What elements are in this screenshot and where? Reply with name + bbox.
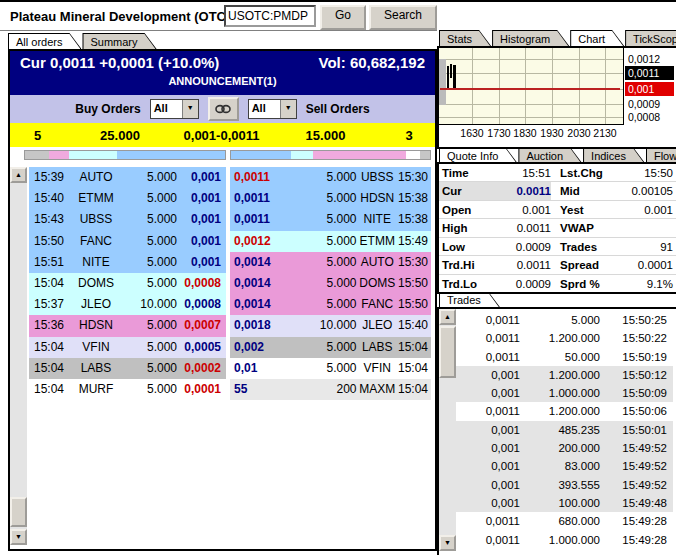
- buy-order[interactable]: 15:37JLEO10.0000,0008: [29, 294, 226, 315]
- buy-order[interactable]: 15:04VFIN5.0000,0005: [29, 337, 226, 358]
- tab-chart[interactable]: Chart: [570, 30, 624, 46]
- tab-quote-info[interactable]: Quote Info: [439, 147, 517, 163]
- buy-order[interactable]: 15:51NITE5.0000,001: [29, 252, 226, 273]
- order-filter-bar: Buy Orders All ▼ All ▼ Sell Orders: [10, 95, 435, 123]
- orderbook-tabbar: All ordersSummary: [8, 33, 158, 49]
- trade-row[interactable]: 0,0011.200.00015:50:12: [456, 366, 673, 384]
- tab-flow[interactable]: Flow: [646, 147, 676, 163]
- search-button[interactable]: Search: [369, 5, 437, 30]
- orderbook-row: 15:36HDSN5.0000,00070,001810.000JLEO15:4…: [29, 315, 431, 336]
- sell-order[interactable]: 0,001810.000JLEO15:40: [230, 315, 431, 336]
- grid-line: [439, 73, 623, 74]
- buy-order[interactable]: 15:50FANC5.0000,001: [29, 231, 226, 252]
- trade-price: 0,0011: [456, 329, 520, 347]
- best-bid-ask: 0,001-0,0011: [175, 128, 268, 143]
- buy-order[interactable]: 15:40ETMM5.0000,001: [29, 188, 226, 209]
- sell-order[interactable]: 0,00115.000HDSN15:38: [230, 188, 431, 209]
- buy-size: 5.000: [123, 188, 177, 209]
- buy-market-maker: AUTO: [69, 167, 123, 188]
- header-divider: [0, 30, 437, 31]
- trade-time: 15:50:12: [600, 366, 673, 384]
- sell-order[interactable]: 0,0025.000LABS15:04: [230, 337, 431, 358]
- depth-segment: [69, 151, 117, 159]
- scroll-up-icon[interactable]: ▲: [439, 309, 456, 325]
- tab-all-orders[interactable]: All orders: [8, 33, 81, 49]
- chevron-down-icon[interactable]: ▼: [280, 100, 296, 118]
- trade-row[interactable]: 0,00183.00015:49:52: [456, 457, 673, 475]
- scrollbar-thumb[interactable]: [10, 497, 27, 527]
- sell-order[interactable]: 0,00115.000UBSS15:30: [230, 167, 431, 188]
- trade-row[interactable]: 0,001200.00015:49:52: [456, 439, 673, 457]
- buy-filter-select[interactable]: All ▼: [150, 99, 199, 119]
- quote-value: 0.0001: [611, 256, 676, 273]
- tab-auction[interactable]: Auction: [518, 147, 582, 163]
- go-button[interactable]: Go: [320, 5, 366, 30]
- symbol-input[interactable]: [224, 5, 316, 27]
- sell-size: 5.000: [287, 358, 356, 379]
- sell-orders-label: Sell Orders: [306, 102, 370, 116]
- trade-row[interactable]: 0,0011.000.00015:50:09: [456, 384, 673, 402]
- buy-order[interactable]: 15:43UBSS5.0000,001: [29, 209, 226, 230]
- buy-time: 15:04: [29, 379, 69, 400]
- buy-price: 0,001: [177, 167, 226, 188]
- grid-line: [472, 48, 473, 124]
- tab-indices[interactable]: Indices: [583, 147, 645, 163]
- trade-row[interactable]: 0,0011680.00015:49:28: [456, 512, 673, 530]
- sell-order[interactable]: 55200MAXM15:04: [230, 379, 431, 400]
- tab-summary[interactable]: Summary: [82, 33, 156, 49]
- trade-row[interactable]: 0,00111.200.00015:50:06: [456, 402, 673, 420]
- quote-row: Trd.Hi0.0011Spread0.0001: [439, 256, 676, 274]
- scroll-down-icon[interactable]: ▼: [439, 535, 456, 551]
- orderbook-row: 15:04MURF5.0000,000155200MAXM15:04: [29, 379, 431, 400]
- trade-row[interactable]: 0,00111.000.00015:49:28: [456, 531, 673, 549]
- buy-filter-value: All: [151, 100, 182, 118]
- buy-order[interactable]: 15:39AUTO5.0000,001: [29, 167, 226, 188]
- buy-order[interactable]: 15:36HDSN5.0000,0007: [29, 315, 226, 336]
- tab-histogram[interactable]: Histogram: [492, 30, 569, 46]
- sell-size: 5.000: [287, 337, 356, 358]
- buy-price: 0,0001: [177, 379, 226, 400]
- sell-market-maker: FANC: [356, 294, 397, 315]
- scroll-up-icon[interactable]: ▲: [10, 167, 27, 183]
- trade-row[interactable]: 0,00115.00015:50:25: [456, 311, 673, 329]
- buy-order[interactable]: 15:04LABS5.0000,0002: [29, 358, 226, 379]
- sell-price: 0,0011: [230, 209, 287, 230]
- sell-order[interactable]: 0,00145.000AUTO15:30: [230, 252, 431, 273]
- trade-row[interactable]: 0,001150.00015:50:19: [456, 348, 673, 366]
- trade-size: 200.000: [520, 439, 600, 457]
- tab-stats[interactable]: Stats: [439, 30, 491, 46]
- buy-order[interactable]: 15:04DOMS5.0000,0008: [29, 273, 226, 294]
- trade-row[interactable]: 0,001485.23515:50:01: [456, 421, 673, 439]
- trade-row[interactable]: 0,00111.200.00015:50:22: [456, 329, 673, 347]
- sell-order[interactable]: 0,00145.000FANC15:50: [230, 294, 431, 315]
- quote-label: Yest: [551, 201, 611, 218]
- tab-tickscope[interactable]: TickScope: [625, 30, 676, 46]
- buy-size: 5.000: [123, 358, 177, 379]
- trade-price: 0,0011: [456, 512, 520, 530]
- chevron-down-icon[interactable]: ▼: [182, 100, 198, 118]
- quote-value: 15:50: [611, 164, 676, 181]
- trade-time: 15:49:52: [600, 439, 673, 457]
- trade-row[interactable]: 0,001393.55515:49:52: [456, 476, 673, 494]
- quote-value: 0.0011: [491, 182, 551, 199]
- scrollbar-thumb[interactable]: [439, 326, 456, 378]
- sell-order[interactable]: 0,00115.000NITE15:38: [230, 209, 431, 230]
- buy-price: 0,0005: [177, 337, 226, 358]
- buy-size: 5.000: [123, 209, 177, 230]
- tab-label: Summary: [83, 34, 155, 49]
- scroll-down-icon[interactable]: ▼: [10, 529, 27, 545]
- trades-scrollbar[interactable]: ▲ ▼: [439, 309, 456, 551]
- depth-segment: [231, 151, 291, 159]
- link-filters-button[interactable]: [208, 97, 239, 121]
- announcement-link[interactable]: ANNOUNCEMENT(1): [10, 71, 435, 87]
- trade-row[interactable]: 0,001100.00015:49:48: [456, 494, 673, 512]
- tab-label: Flow: [647, 148, 676, 163]
- sell-order[interactable]: 0,00125.000ETMM15:49: [230, 231, 431, 252]
- orderbook-scrollbar[interactable]: ▲ ▼: [10, 167, 27, 545]
- buy-order[interactable]: 15:04MURF5.0000,0001: [29, 379, 226, 400]
- sell-filter-select[interactable]: All ▼: [248, 99, 297, 119]
- trade-size: 5.000: [520, 311, 600, 329]
- sell-order[interactable]: 0,015.000VFIN15:04: [230, 358, 431, 379]
- chain-link-icon: [215, 104, 231, 114]
- sell-order[interactable]: 0,00145.000DOMS15:50: [230, 273, 431, 294]
